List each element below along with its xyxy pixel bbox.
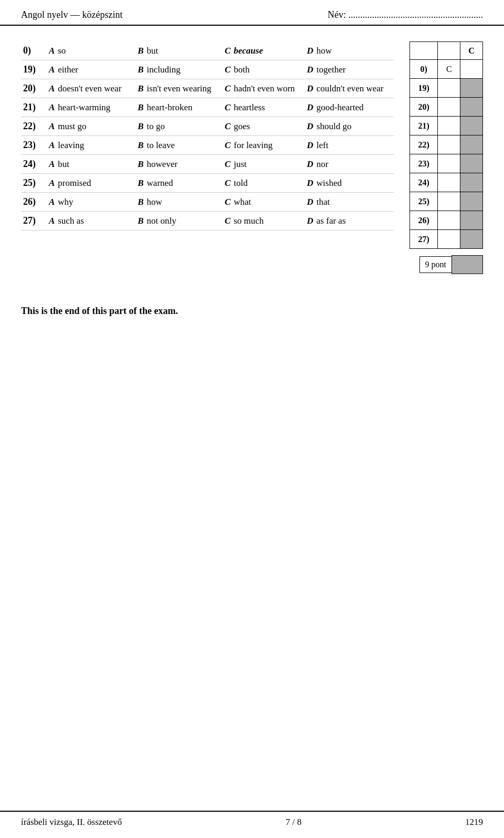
footer-center: 7 / 8 <box>286 817 301 827</box>
answer-table: C0)C19)20)21)22)23)24)25)26)27) <box>410 41 483 249</box>
answer-row: 0)C <box>410 60 483 79</box>
answer-row: 21) <box>410 117 483 135</box>
question-number: 23) <box>21 136 47 155</box>
question-number: 0) <box>21 41 47 60</box>
table-row: 19)AeitherBincludingCbothDtogether <box>21 60 394 79</box>
option-b: Bhow <box>133 193 220 212</box>
option-c: Cso much <box>220 212 305 231</box>
option-c: Cbecause <box>220 41 305 60</box>
answer-shaded-cell <box>460 154 483 173</box>
answer-row-num: 22) <box>410 135 438 154</box>
option-a: Amust go <box>47 117 133 136</box>
page-footer: írásbeli vizsga, II. összetevő 7 / 8 121… <box>0 811 504 827</box>
option-d: Dleft <box>305 136 394 155</box>
answer-header-col: C <box>460 42 483 60</box>
pont-box: 9 pont <box>419 255 483 274</box>
answer-cell: C <box>438 60 460 79</box>
question-number: 27) <box>21 212 47 231</box>
table-row: 22)Amust goBto goCgoesDshould go <box>21 117 394 136</box>
option-b: Bbut <box>133 41 220 60</box>
option-c: Cboth <box>220 60 305 79</box>
table-row: 23)AleavingBto leaveCfor leavingDleft <box>21 136 394 155</box>
answer-cell <box>438 79 460 98</box>
answer-shaded-cell <box>460 135 483 154</box>
answer-row: 27) <box>410 230 483 249</box>
answer-row: 19) <box>410 79 483 98</box>
pont-row: 9 pont <box>410 255 483 274</box>
table-row: 21)Aheart-warmingBheart-brokenCheartless… <box>21 98 394 117</box>
answer-row: 22) <box>410 135 483 154</box>
pont-value <box>452 255 483 274</box>
option-b: Bisn't even wearing <box>133 79 220 98</box>
questions-section: 0)AsoBbutCbecauseDhow19)AeitherBincludin… <box>21 41 394 274</box>
answer-header-num <box>410 42 438 60</box>
option-a: Abut <box>47 155 133 174</box>
option-d: Dtogether <box>305 60 394 79</box>
option-b: Bincluding <box>133 60 220 79</box>
answer-row-num: 20) <box>410 98 438 117</box>
option-b: Bwarned <box>133 174 220 193</box>
answer-row: 20) <box>410 98 483 117</box>
answer-shaded-cell <box>460 211 483 230</box>
answer-row-num: 26) <box>410 211 438 230</box>
option-c: Cfor leaving <box>220 136 305 155</box>
question-number: 24) <box>21 155 47 174</box>
option-d: Dcouldn't even wear <box>305 79 394 98</box>
main-content: 0)AsoBbutCbecauseDhow19)AeitherBincludin… <box>0 26 504 274</box>
table-row: 0)AsoBbutCbecauseDhow <box>21 41 394 60</box>
answer-shaded-cell <box>460 98 483 117</box>
table-row: 20)Adoesn't even wearBisn't even wearing… <box>21 79 394 98</box>
question-number: 26) <box>21 193 47 212</box>
table-row: 27)Asuch asBnot onlyCso muchDas far as <box>21 212 394 231</box>
answer-cell <box>438 117 460 135</box>
option-d: Dthat <box>305 193 394 212</box>
option-c: Cwhat <box>220 193 305 212</box>
answer-panel: C0)C19)20)21)22)23)24)25)26)27) 9 pont <box>410 41 483 274</box>
option-d: Dwished <box>305 174 394 193</box>
answer-row: 24) <box>410 173 483 192</box>
question-number: 19) <box>21 60 47 79</box>
answer-row-num: 21) <box>410 117 438 135</box>
question-number: 25) <box>21 174 47 193</box>
question-number: 21) <box>21 98 47 117</box>
page-header: Angol nyelv — középszint Név: ..........… <box>0 0 504 26</box>
option-a: Adoesn't even wear <box>47 79 133 98</box>
option-a: Asuch as <box>47 212 133 231</box>
option-a: Awhy <box>47 193 133 212</box>
option-d: Dnor <box>305 155 394 174</box>
option-d: Dgood-hearted <box>305 98 394 117</box>
question-table: 0)AsoBbutCbecauseDhow19)AeitherBincludin… <box>21 41 394 231</box>
answer-cell <box>438 211 460 230</box>
header-title: Angol nyelv — középszint <box>21 9 122 20</box>
table-row: 26)AwhyBhowCwhatDthat <box>21 193 394 212</box>
table-row: 25)ApromisedBwarnedCtoldDwished <box>21 174 394 193</box>
answer-row-num: 23) <box>410 154 438 173</box>
answer-cell <box>438 230 460 249</box>
option-b: Bto go <box>133 117 220 136</box>
option-a: Aheart-warming <box>47 98 133 117</box>
footer-right: 1219 <box>465 817 483 827</box>
option-b: Bhowever <box>133 155 220 174</box>
answer-cell <box>438 173 460 192</box>
option-c: Cheartless <box>220 98 305 117</box>
option-a: Aleaving <box>47 136 133 155</box>
header-nev: Név: ...................................… <box>328 9 483 20</box>
answer-shaded-cell <box>460 230 483 249</box>
pont-label: 9 pont <box>419 256 452 273</box>
option-d: Dshould go <box>305 117 394 136</box>
option-d: Dhow <box>305 41 394 60</box>
answer-row-num: 27) <box>410 230 438 249</box>
table-row: 24)AbutBhoweverCjustDnor <box>21 155 394 174</box>
option-b: Bheart-broken <box>133 98 220 117</box>
option-c: Ctold <box>220 174 305 193</box>
option-c: Cjust <box>220 155 305 174</box>
option-c: Cgoes <box>220 117 305 136</box>
answer-row-num: 19) <box>410 79 438 98</box>
option-a: Aso <box>47 41 133 60</box>
answer-header-col <box>438 42 460 60</box>
question-number: 20) <box>21 79 47 98</box>
option-d: Das far as <box>305 212 394 231</box>
answer-row: 25) <box>410 192 483 211</box>
answer-shaded-cell <box>460 60 483 79</box>
answer-row: 26) <box>410 211 483 230</box>
